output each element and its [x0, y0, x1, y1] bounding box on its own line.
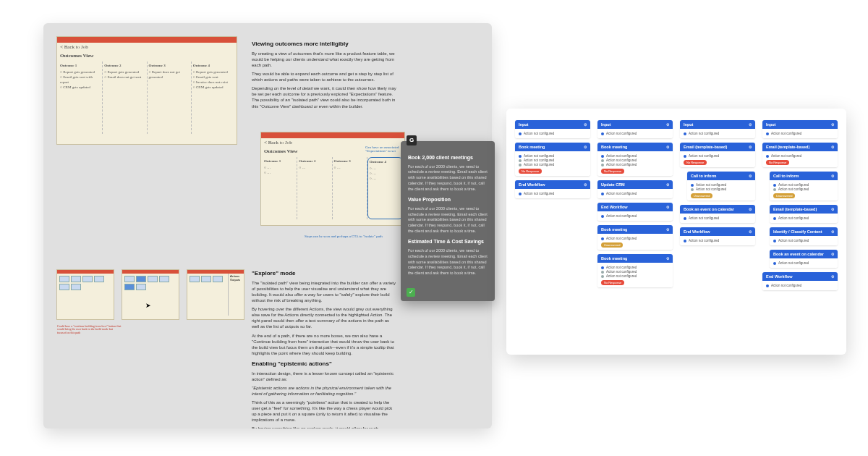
gear-icon[interactable]: ⚙ [584, 122, 587, 127]
gear-icon[interactable]: ⚙ [584, 145, 587, 149]
flow-node-header[interactable]: Book meeting⚙ [597, 225, 673, 234]
gear-icon[interactable]: ⚙ [666, 145, 669, 149]
gear-icon[interactable]: ⚙ [749, 122, 752, 127]
flow-node-header[interactable]: End Workflow⚙ [597, 203, 673, 211]
flow-node-header[interactable]: Book meeting⚙ [597, 254, 673, 263]
gear-icon[interactable]: ⚙ [831, 274, 834, 279]
flow-node-header[interactable]: Call to inform⚙ [770, 172, 838, 180]
flow-node[interactable]: Book meeting⚙Action not configuredAction… [597, 254, 673, 287]
check-icon[interactable]: ✓ [407, 288, 415, 297]
flow-node[interactable]: Book an event on calendar⚙Action not con… [680, 205, 755, 223]
flow-node-header[interactable]: End Workflow⚙ [762, 272, 838, 281]
flow-node-line: Action not configured [691, 187, 752, 191]
flow-node-header[interactable]: Input⚙ [597, 120, 673, 129]
pill-no-response[interactable]: No Response [601, 280, 624, 285]
flow-node[interactable]: Book meeting⚙Action not configuredAction… [515, 143, 590, 176]
flow-node-header[interactable]: Input⚙ [762, 120, 838, 129]
pill-no-response[interactable]: No Response [519, 169, 542, 174]
flow-node-line: Action not configured [601, 237, 669, 240]
flow-node-header[interactable]: Identify / Classify Content⚙ [770, 227, 838, 236]
flow-node-title: Call to inform [773, 174, 799, 178]
flow-node[interactable]: End Workflow⚙Action not configured [515, 180, 590, 198]
flow-node-line: Action not configured [684, 132, 752, 135]
flow-node-header[interactable]: Book an event on calendar⚙ [770, 250, 838, 258]
dot-icon [601, 275, 604, 278]
flow-node-header[interactable]: Update CRM⚙ [597, 180, 673, 189]
flow-node[interactable]: Email (template-based)⚙Action not config… [770, 205, 838, 223]
doc-text-block-2: "Explore" mode The "isolated path" view … [252, 266, 396, 428]
flow-node-header[interactable]: Book meeting⚙ [515, 143, 590, 151]
gear-icon[interactable]: ⚙ [666, 122, 669, 127]
gear-icon[interactable]: ⚙ [831, 122, 834, 127]
flow-node-title: Input [519, 122, 528, 127]
flow-node-line: Action not configured [519, 159, 587, 162]
flow-node-header[interactable]: Input⚙ [515, 120, 590, 129]
flow-column: Input⚙Action not configuredBook meeting⚙… [515, 120, 590, 343]
dot-icon [519, 164, 522, 166]
flow-node-header[interactable]: Book meeting⚙ [597, 143, 673, 151]
flow-node-line: Action not configured [519, 192, 587, 195]
flow-node-title: End Workflow [601, 205, 628, 209]
flow-node-body: Action not configured [597, 129, 673, 138]
flow-node[interactable]: Book meeting⚙Action not configuredUnansw… [597, 225, 673, 250]
dot-icon [519, 132, 522, 135]
gear-icon[interactable]: ⚙ [666, 182, 669, 187]
flow-node[interactable]: Identify / Classify Content⚙Action not c… [770, 227, 838, 245]
pill-unanswered[interactable]: Unanswered [773, 193, 795, 198]
flow-node-body: Action not configured [762, 281, 838, 290]
gear-icon[interactable]: ⚙ [666, 205, 669, 209]
pill-no-response[interactable]: No Response [766, 160, 789, 165]
flow-node-body: Action not configured [680, 129, 755, 138]
flow-node[interactable]: Input⚙Action not configured [515, 120, 590, 138]
flow-node-header[interactable]: Book an event on calendar⚙ [680, 205, 755, 214]
flow-node[interactable]: End Workflow⚙Action not configured [597, 203, 673, 221]
flow-node-body: Action not configuredAction not configur… [597, 263, 673, 287]
flow-node-header[interactable]: End Workflow⚙ [680, 227, 755, 236]
flow-node-line: Action not configured [519, 163, 587, 166]
flow-node[interactable]: Book an event on calendar⚙Action not con… [770, 250, 838, 268]
flow-node-header[interactable]: End Workflow⚙ [515, 180, 590, 189]
gear-icon[interactable]: ⚙ [831, 145, 834, 149]
gear-icon[interactable]: ⚙ [666, 256, 669, 261]
gear-icon[interactable]: ⚙ [831, 174, 834, 178]
flow-node[interactable]: Book meeting⚙Action not configuredAction… [597, 143, 673, 176]
flow-node-header[interactable]: Email (template-based)⚙ [770, 205, 838, 214]
gear-icon[interactable]: ⚙ [666, 227, 669, 232]
pill-no-response[interactable]: No Response [684, 160, 707, 165]
gear-icon[interactable]: ⚙ [749, 174, 752, 178]
gear-icon[interactable]: ⚙ [831, 207, 834, 211]
pill-no-response[interactable]: No Response [601, 169, 624, 174]
flow-node-header[interactable]: Email (template-based)⚙ [680, 143, 755, 151]
flow-node-line: Action not configured [691, 183, 752, 187]
gear-icon[interactable]: ⚙ [749, 207, 752, 211]
flow-node[interactable]: End Workflow⚙Action not configured [762, 272, 838, 290]
flow-node[interactable]: Call to inform⚙Action not configuredActi… [687, 172, 755, 200]
flow-node-title: Book meeting [601, 145, 627, 149]
flow-node[interactable]: Input⚙Action not configured [680, 120, 755, 138]
gear-icon[interactable]: ⚙ [584, 182, 587, 187]
flow-node-title: Input [601, 122, 610, 127]
gear-icon[interactable]: ⚙ [749, 145, 752, 149]
flow-node[interactable]: End Workflow⚙Action not configured [680, 227, 755, 245]
flow-node-title: Book meeting [601, 227, 627, 232]
flow-node-header[interactable]: Email (template-based)⚙ [762, 143, 838, 151]
flow-node[interactable]: Call to inform⚙Action not configuredActi… [770, 172, 838, 200]
flow-node-line: Action not configured [684, 154, 752, 158]
flow-node-header[interactable]: Input⚙ [680, 120, 755, 129]
flow-node-title: Input [766, 122, 775, 127]
flow-node[interactable]: Email (template-based)⚙Action not config… [680, 143, 755, 167]
flow-node[interactable]: Email (template-based)⚙Action not config… [762, 143, 838, 167]
gear-icon[interactable]: ⚙ [831, 252, 834, 256]
flow-node-body: Action not configuredNo Response [680, 151, 755, 167]
flow-node[interactable]: Update CRM⚙Action not configured [597, 180, 673, 198]
flow-node[interactable]: Input⚙Action not configured [762, 120, 838, 138]
doc-heading-1: Viewing outcomes more intelligibly [252, 41, 396, 48]
flow-node[interactable]: Input⚙Action not configured [597, 120, 673, 138]
flow-node-header[interactable]: Call to inform⚙ [687, 172, 755, 180]
gear-icon[interactable]: ⚙ [831, 229, 834, 234]
flow-node-line: Action not configured [766, 132, 834, 135]
dot-icon [601, 159, 604, 162]
gear-icon[interactable]: ⚙ [749, 229, 752, 234]
pill-unanswered[interactable]: Unanswered [691, 193, 712, 198]
pill-unanswered[interactable]: Unanswered [601, 242, 623, 248]
